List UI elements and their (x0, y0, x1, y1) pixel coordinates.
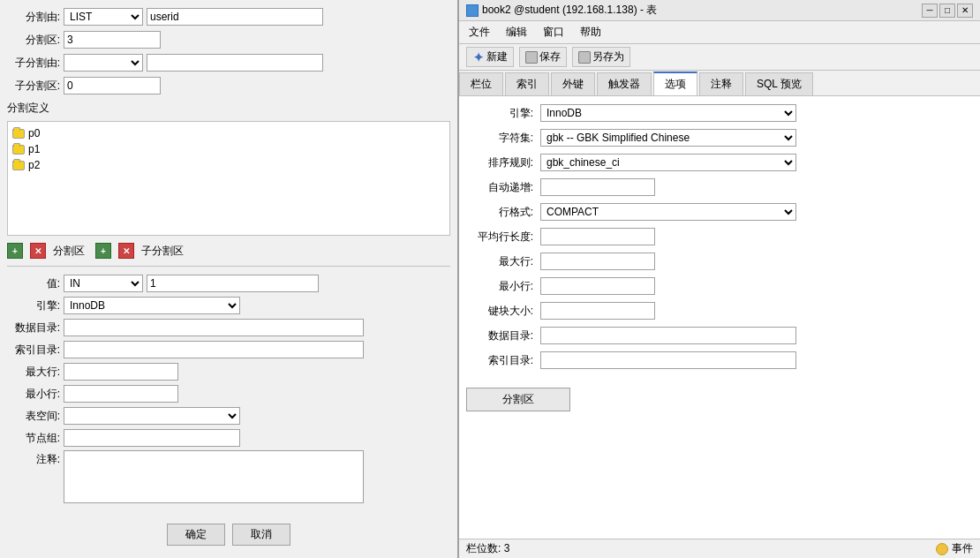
ok-button[interactable]: 确定 (167, 524, 225, 546)
index-dir-row: 索引目录: (7, 340, 450, 359)
divider (7, 266, 450, 267)
partition-count-row: 分割区: (7, 30, 450, 49)
partition-def-label: 分割定义 (7, 101, 450, 116)
save-as-label: 另存为 (592, 49, 624, 64)
menu-file[interactable]: 文件 (466, 24, 493, 41)
left-panel: 分割由: LIST 分割区: 子分割由: 子分割区: 分割定义 p0 (0, 0, 459, 558)
right-toolbar: ✦ 新建 保存 另存为 (459, 44, 980, 71)
comment-textarea[interactable] (64, 450, 364, 503)
partition-btn-container: 分割区 (466, 381, 973, 411)
menu-edit[interactable]: 编辑 (503, 24, 530, 41)
right-data-dir-input[interactable] (540, 327, 796, 344)
new-label: 新建 (486, 49, 508, 64)
menu-window[interactable]: 窗口 (540, 24, 567, 41)
node-group-row: 节点组: (7, 428, 450, 448)
tab-options[interactable]: 选项 (653, 72, 697, 95)
new-btn[interactable]: ✦ 新建 (466, 47, 514, 67)
tree-item-p1[interactable]: p1 (11, 141, 446, 157)
tab-bar: 栏位 索引 外键 触发器 选项 注释 SQL 预览 (459, 71, 980, 96)
value-input[interactable] (147, 275, 319, 292)
engine-select[interactable]: InnoDB (64, 297, 240, 314)
remove-sub-partition-btn[interactable]: ✕ (118, 243, 134, 259)
value-label: 值: (7, 276, 60, 291)
save-as-btn[interactable]: 另存为 (572, 47, 630, 67)
right-min-rows-input[interactable] (540, 277, 655, 295)
tab-foreign-keys[interactable]: 外键 (551, 72, 595, 95)
right-panel: book2 @student (192.168.1.138) - 表 ─ □ ✕… (459, 0, 980, 558)
right-avg-row-len-input[interactable] (540, 228, 655, 245)
min-rows-input[interactable] (64, 385, 178, 403)
menu-help[interactable]: 帮助 (577, 24, 604, 41)
sub-partition-toolbar-label: 子分割区 (141, 244, 184, 259)
right-charset-label: 字符集: (466, 131, 537, 146)
save-icon (525, 51, 538, 64)
cancel-button[interactable]: 取消 (232, 524, 290, 546)
menu-bar: 文件 编辑 窗口 帮助 (459, 21, 980, 44)
right-data-dir-row: 数据目录: (466, 326, 973, 345)
right-index-dir-input[interactable] (540, 351, 796, 369)
node-group-input[interactable] (64, 429, 240, 447)
tablespace-row: 表空间: (7, 406, 450, 426)
right-key-block-input[interactable] (540, 302, 655, 320)
comment-label: 注释: (7, 450, 60, 467)
tab-comments[interactable]: 注释 (699, 72, 743, 95)
minimize-btn[interactable]: ─ (922, 4, 938, 18)
tree-item-p0[interactable]: p0 (11, 125, 446, 141)
tab-columns[interactable]: 栏位 (459, 72, 503, 95)
right-max-rows-label: 最大行: (466, 254, 537, 269)
sub-partition-count-row: 子分割区: (7, 76, 450, 95)
partition-button[interactable]: 分割区 (466, 388, 570, 411)
max-rows-input[interactable] (64, 363, 178, 381)
sub-partition-by-label: 子分割由: (7, 56, 60, 71)
min-rows-label: 最小行: (7, 387, 60, 402)
right-engine-select[interactable]: InnoDB (540, 104, 796, 122)
index-dir-label: 索引目录: (7, 343, 60, 358)
title-text: book2 @student (192.168.1.138) - 表 (482, 3, 657, 18)
value-select[interactable]: IN (64, 275, 143, 292)
tab-sql-preview[interactable]: SQL 预览 (745, 72, 813, 95)
right-engine-row: 引擎: InnoDB (466, 103, 973, 123)
tab-triggers[interactable]: 触发器 (597, 72, 652, 95)
data-dir-input[interactable] (64, 319, 364, 336)
index-dir-input[interactable] (64, 341, 364, 358)
node-group-label: 节点组: (7, 431, 60, 446)
right-charset-select[interactable]: gbk -- GBK Simplified Chinese (540, 129, 796, 147)
remove-partition-btn[interactable]: ✕ (30, 243, 46, 259)
right-min-rows-row: 最小行: (466, 276, 973, 296)
bottom-buttons: 确定 取消 (7, 518, 450, 551)
right-index-dir-row: 索引目录: (466, 351, 973, 370)
window-icon (466, 4, 479, 17)
add-partition-btn[interactable]: + (7, 243, 23, 259)
tablespace-select[interactable] (64, 407, 240, 425)
partition-by-col-input[interactable] (147, 8, 323, 26)
right-max-rows-input[interactable] (540, 253, 655, 270)
right-engine-label: 引擎: (466, 106, 537, 121)
right-charset-row: 字符集: gbk -- GBK Simplified Chinese (466, 128, 973, 147)
sub-partition-by-col-input[interactable] (147, 54, 323, 72)
right-min-rows-label: 最小行: (466, 279, 537, 294)
maximize-btn[interactable]: □ (939, 4, 955, 18)
right-auto-increment-label: 自动递增: (466, 180, 537, 195)
add-sub-partition-btn[interactable]: + (95, 243, 111, 259)
right-key-block-label: 键块大小: (466, 304, 537, 319)
right-data-dir-label: 数据目录: (466, 328, 537, 343)
new-icon: ✦ (472, 51, 485, 64)
tree-label-p1: p1 (28, 143, 40, 155)
right-index-dir-label: 索引目录: (466, 353, 537, 368)
sub-partition-count-input[interactable] (64, 77, 161, 94)
tree-item-p2[interactable]: p2 (11, 157, 446, 173)
save-btn[interactable]: 保存 (519, 47, 567, 67)
tab-indexes[interactable]: 索引 (505, 72, 549, 95)
right-collation-select[interactable]: gbk_chinese_ci (540, 154, 796, 171)
right-row-format-select[interactable]: COMPACT (540, 203, 796, 221)
right-auto-increment-row: 自动递增: (466, 177, 973, 197)
partition-count-input[interactable] (64, 31, 161, 49)
partition-def-tree: p0 p1 p2 (7, 121, 450, 236)
event-label: 事件 (952, 541, 973, 556)
partition-by-select[interactable]: LIST (64, 8, 143, 26)
data-dir-label: 数据目录: (7, 320, 60, 336)
close-btn[interactable]: ✕ (957, 4, 973, 18)
sub-partition-by-select[interactable] (64, 54, 143, 72)
engine-label: 引擎: (7, 298, 60, 313)
right-auto-increment-input[interactable] (540, 178, 655, 196)
